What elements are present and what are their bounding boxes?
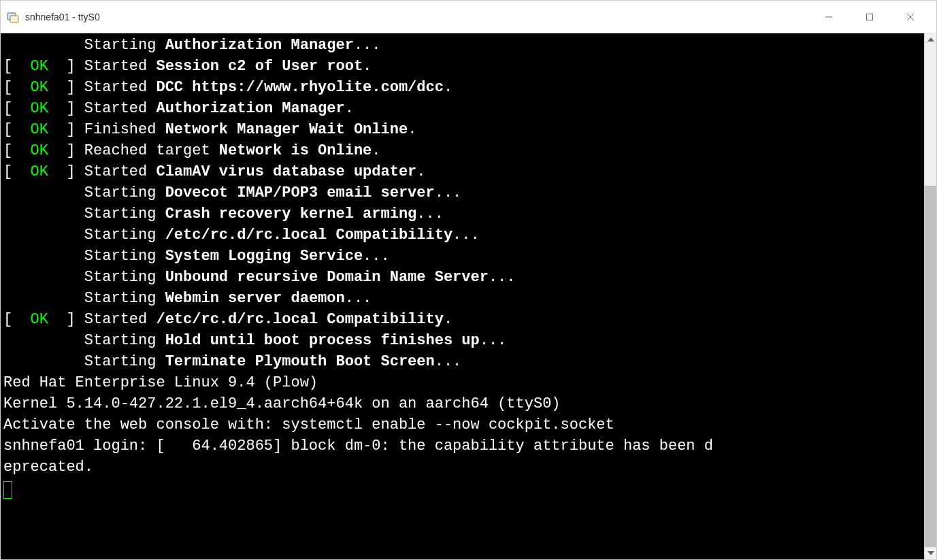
vertical-scrollbar[interactable]	[924, 33, 936, 559]
scroll-down-arrow[interactable]	[925, 547, 936, 559]
boot-line: [ OK ] Reached target Network is Online.	[3, 140, 921, 161]
boot-line: [ OK ] Finished Network Manager Wait Onl…	[3, 119, 921, 140]
boot-line: [ OK ] Started ClamAV virus database upd…	[3, 161, 921, 182]
scroll-up-arrow[interactable]	[925, 33, 936, 46]
window-title: snhnefa01 - ttyS0	[25, 12, 808, 22]
terminal-container: Starting Authorization Manager...[ OK ] …	[1, 33, 936, 559]
minimize-button[interactable]	[808, 3, 849, 31]
titlebar[interactable]: snhnefa01 - ttyS0	[1, 1, 936, 33]
boot-line: Starting Unbound recursive Domain Name S…	[3, 267, 921, 288]
scroll-thumb[interactable]	[925, 186, 936, 547]
app-icon	[6, 10, 20, 24]
boot-line: Starting Webmin server daemon...	[3, 288, 921, 309]
svg-rect-1	[10, 16, 18, 22]
maximize-button[interactable]	[849, 3, 890, 31]
kernel-line: Kernel 5.14.0-427.22.1.el9_4.aarch64+64k…	[3, 393, 921, 414]
activate-line: Activate the web console with: systemctl…	[3, 414, 921, 435]
boot-line: Starting Hold until boot process finishe…	[3, 330, 921, 351]
boot-line: Starting System Logging Service...	[3, 246, 921, 267]
svg-rect-3	[867, 14, 873, 20]
app-window: snhnefa01 - ttyS0 Starting Authorization…	[0, 0, 937, 560]
os-line: Red Hat Enterprise Linux 9.4 (Plow)	[3, 372, 921, 393]
boot-line: [ OK ] Started /etc/rc.d/rc.local Compat…	[3, 309, 921, 330]
boot-line: [ OK ] Started Authorization Manager.	[3, 98, 921, 119]
close-button[interactable]	[890, 3, 931, 31]
login-line: snhnefa01 login: [ 64.402865] block dm-0…	[3, 435, 921, 457]
boot-line: [ OK ] Started DCC https://www.rhyolite.…	[3, 77, 921, 98]
boot-line: Starting Authorization Manager...	[3, 35, 921, 56]
boot-line: Starting Crash recovery kernel arming...	[3, 203, 921, 225]
boot-line: Starting Dovecot IMAP/POP3 email server.…	[3, 182, 921, 203]
window-controls	[808, 3, 931, 31]
boot-line: Starting /etc/rc.d/rc.local Compatibilit…	[3, 225, 921, 246]
boot-line: [ OK ] Started Session c2 of User root.	[3, 56, 921, 77]
login-line-2: eprecated.	[3, 457, 921, 478]
terminal-output[interactable]: Starting Authorization Manager...[ OK ] …	[1, 33, 924, 559]
cursor	[3, 481, 12, 499]
cursor-line	[3, 478, 921, 499]
scroll-track[interactable]	[925, 46, 936, 547]
boot-line: Starting Terminate Plymouth Boot Screen.…	[3, 351, 921, 372]
